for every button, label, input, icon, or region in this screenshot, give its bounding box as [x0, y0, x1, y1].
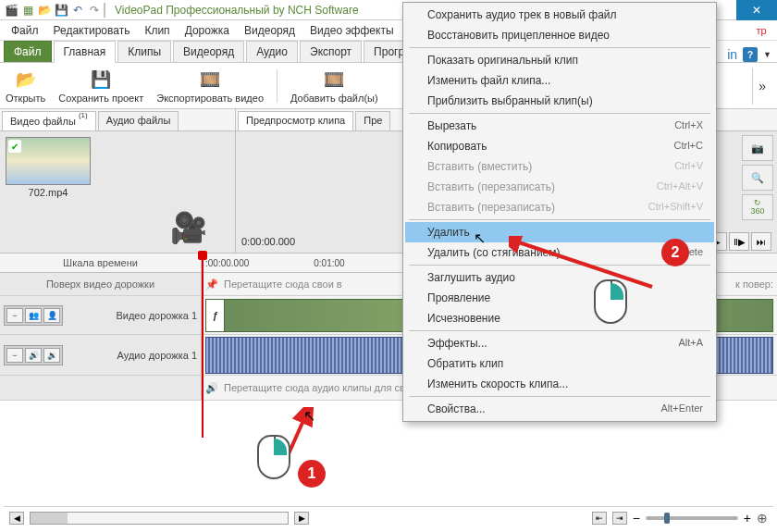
- save-project-button[interactable]: 💾 Сохранить проект: [58, 68, 143, 104]
- cm-props[interactable]: Свойства...Alt+Enter: [405, 399, 714, 419]
- tab-file[interactable]: Файл: [4, 41, 52, 62]
- menu-video-effects[interactable]: Видео эффекты: [302, 22, 401, 39]
- annotation-badge-1: 1: [298, 460, 326, 488]
- separator: [409, 396, 710, 397]
- cm-copy[interactable]: КопироватьCtrl+C: [405, 136, 714, 156]
- zoom-button[interactable]: 🔍: [742, 165, 773, 191]
- dropdown-icon[interactable]: ▼: [763, 50, 771, 59]
- menu-file[interactable]: Файл: [4, 22, 46, 39]
- cm-fadeout[interactable]: Исчезновение: [405, 308, 714, 328]
- undo-icon[interactable]: ↶: [70, 3, 85, 18]
- scroll-right-button[interactable]: ▶: [294, 512, 309, 525]
- audio-track-header[interactable]: − 🔊 🔉 Аудио дорожка 1: [0, 335, 202, 375]
- thumbnail-label: 702.mp4: [6, 185, 91, 198]
- tab-clips[interactable]: Клипы: [117, 41, 171, 62]
- export-label: Экспортировать видео: [156, 93, 264, 104]
- zoom-slider[interactable]: [646, 516, 738, 520]
- cm-show-original[interactable]: Показать оригинальный клип: [405, 50, 714, 70]
- scrollbar-thumb[interactable]: [31, 513, 68, 524]
- menu-sequence[interactable]: Видеоряд: [237, 22, 302, 39]
- close-button[interactable]: ✕: [736, 0, 777, 20]
- cm-speed[interactable]: Изменить скорость клипа...: [405, 374, 714, 394]
- skip-end-button[interactable]: ⏭: [751, 232, 771, 251]
- 360-button[interactable]: ↻360: [742, 194, 773, 220]
- zoom-in-button[interactable]: +: [744, 511, 751, 526]
- bin-body[interactable]: 702.mp4 🎥: [0, 131, 235, 253]
- cm-fadein[interactable]: Проявление: [405, 288, 714, 308]
- cm-save-audio[interactable]: Сохранить аудио трек в новый файл: [405, 5, 714, 25]
- cursor-icon: ↖: [303, 407, 315, 425]
- audio-track-buttons: − 🔊 🔉: [4, 345, 63, 365]
- frame-fwd-button[interactable]: Ⅱ▶: [729, 232, 749, 251]
- cm-delete[interactable]: Удалить: [405, 222, 714, 242]
- overlay-hint2: к повер:: [735, 278, 773, 290]
- floppy-icon: 💾: [90, 68, 112, 91]
- thumbnail-image: [6, 137, 91, 185]
- cm-mute[interactable]: Заглушить аудио: [405, 267, 714, 288]
- fx-badge[interactable]: ƒ: [206, 300, 225, 331]
- track-vol[interactable]: 🔉: [43, 348, 60, 363]
- mouse-rightclick-icon: [594, 279, 627, 324]
- open-label: Открыть: [6, 93, 45, 104]
- menu-track[interactable]: Дорожка: [178, 22, 237, 39]
- scale-label[interactable]: Шкала времени: [0, 254, 202, 272]
- preview-tab-clip[interactable]: Предпросмотр клипа: [238, 111, 353, 130]
- track-solo[interactable]: 🔊: [25, 348, 42, 363]
- zoom-fit-button[interactable]: ⊕: [757, 511, 768, 526]
- media-bin-panel: Видео файлы (1) Аудио файлы 702.mp4 🎥: [0, 109, 236, 253]
- add-files-button[interactable]: 🎞️ Добавить файл(ы): [290, 68, 378, 104]
- separator: [104, 3, 105, 18]
- bin-tab-video[interactable]: Видео файлы (1): [2, 111, 96, 130]
- separator: [409, 265, 710, 266]
- tab-export[interactable]: Экспорт: [300, 41, 362, 62]
- export-video-button[interactable]: 🎞️ Экспортировать видео: [156, 68, 264, 104]
- video-track-label: Видео дорожка 1: [116, 310, 197, 321]
- cm-zoom-selected[interactable]: Приблизить выбранный клип(ы): [405, 91, 714, 111]
- tab-sequence[interactable]: Видеоряд: [173, 41, 244, 62]
- save-label: Сохранить проект: [58, 93, 143, 104]
- open-icon[interactable]: 📂: [37, 3, 52, 18]
- new-icon[interactable]: ▦: [20, 3, 35, 18]
- record-icon[interactable]: тр: [753, 22, 770, 39]
- tab-audio[interactable]: Аудио: [246, 41, 298, 62]
- horizontal-scrollbar[interactable]: [30, 512, 289, 525]
- scroll-left-button[interactable]: ◀: [9, 512, 24, 525]
- window-controls: ✕: [736, 0, 777, 20]
- help-icon[interactable]: ?: [743, 47, 758, 62]
- track-toggle-3[interactable]: 👤: [43, 308, 60, 323]
- save-icon[interactable]: 💾: [54, 3, 68, 18]
- video-track-header[interactable]: − 👥 👤 Видео дорожка 1: [0, 296, 202, 334]
- open-button[interactable]: 📂 Открыть: [6, 68, 45, 104]
- speaker-icon: 🔊: [205, 382, 218, 394]
- menu-edit[interactable]: Редактировать: [46, 22, 138, 39]
- add-file-icon: 🎞️: [323, 68, 345, 91]
- linkedin-icon[interactable]: in: [727, 47, 737, 62]
- camera-placeholder-icon: 🎥: [170, 210, 207, 245]
- playhead[interactable]: [202, 253, 204, 438]
- preview-timecode: 0:00:00.000: [241, 236, 380, 247]
- redo-icon[interactable]: ↷: [87, 3, 102, 18]
- annotation-badge-2: 2: [661, 239, 689, 266]
- fit-left-button[interactable]: ⇤: [592, 512, 607, 525]
- track-toggle-1[interactable]: −: [6, 308, 23, 323]
- screenshot-button[interactable]: 📷: [742, 135, 773, 161]
- cm-cut[interactable]: ВырезатьCtrl+X: [405, 116, 714, 136]
- menu-clip[interactable]: Клип: [137, 22, 177, 39]
- zoom-out-button[interactable]: −: [633, 511, 640, 526]
- fit-right-button[interactable]: ⇥: [612, 512, 627, 525]
- cm-reverse[interactable]: Обратить клип: [405, 353, 714, 374]
- preview-tab-seq[interactable]: Пре: [355, 111, 390, 130]
- ribbon-overflow-icon[interactable]: »: [752, 68, 771, 105]
- bin-tab-audio[interactable]: Аудио файлы: [98, 111, 179, 130]
- overlay-track-label[interactable]: Поверх видео дорожки: [0, 273, 202, 295]
- track-mute[interactable]: −: [6, 348, 23, 363]
- track-toggle-2[interactable]: 👥: [25, 308, 42, 323]
- cm-restore-video[interactable]: Восстановить прицепленное видео: [405, 25, 714, 45]
- separator: [409, 113, 710, 114]
- clip-thumbnail[interactable]: 702.mp4: [6, 137, 91, 198]
- context-menu: Сохранить аудио трек в новый файл Восста…: [402, 2, 717, 422]
- cm-effects[interactable]: Эффекты...Alt+A: [405, 333, 714, 353]
- tab-home[interactable]: Главная: [54, 41, 117, 63]
- export-icon: 🎞️: [199, 68, 221, 91]
- cm-change-file[interactable]: Изменить файл клипа...: [405, 70, 714, 91]
